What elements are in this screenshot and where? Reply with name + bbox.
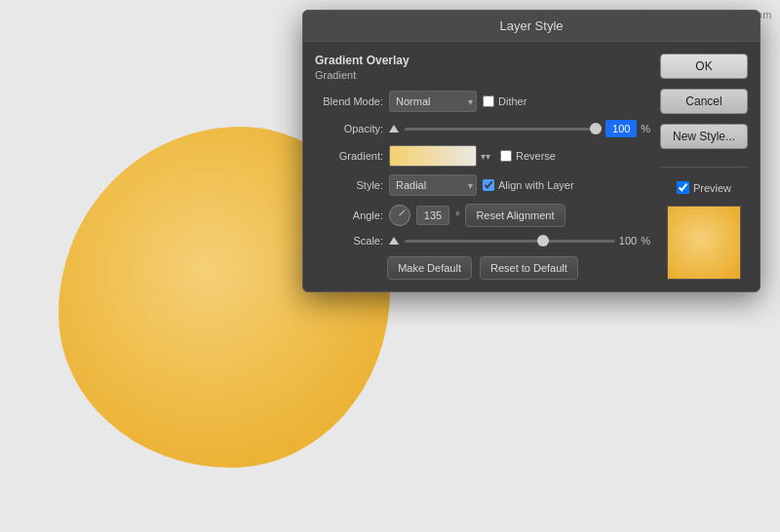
blend-mode-select-wrapper: Normal Dissolve Multiply Screen bbox=[389, 91, 477, 112]
style-label: Style: bbox=[315, 179, 383, 191]
layer-style-dialog: Layer Style Gradient Overlay Gradient Bl… bbox=[302, 10, 760, 292]
angle-row: Angle: ° Reset Alignment bbox=[315, 204, 650, 227]
angle-input[interactable] bbox=[416, 206, 449, 225]
gradient-label: Gradient: bbox=[315, 150, 383, 162]
reset-alignment-button[interactable]: Reset Alignment bbox=[465, 204, 565, 227]
scale-triangle-icon bbox=[389, 237, 399, 245]
dialog-main-panel: Gradient Overlay Gradient Blend Mode: No… bbox=[315, 54, 650, 280]
ok-button[interactable]: OK bbox=[660, 54, 748, 79]
section-subtitle: Gradient bbox=[315, 69, 650, 81]
gradient-dropdown-wrapper: ▾ bbox=[481, 149, 494, 163]
align-layer-label: Align with Layer bbox=[498, 179, 574, 191]
reverse-checkbox-group: Reverse bbox=[500, 150, 556, 162]
blend-mode-label: Blend Mode: bbox=[315, 95, 383, 107]
gradient-preview-container: ▾ bbox=[389, 145, 494, 167]
blend-mode-select[interactable]: Normal Dissolve Multiply Screen bbox=[389, 91, 477, 112]
reverse-label: Reverse bbox=[516, 150, 556, 162]
align-layer-checkbox-group: Align with Layer bbox=[483, 179, 574, 191]
opacity-slider-container: % bbox=[389, 120, 650, 137]
dialog-body: Gradient Overlay Gradient Blend Mode: No… bbox=[303, 42, 760, 291]
dialog-title: Layer Style bbox=[303, 11, 760, 42]
scale-slider[interactable] bbox=[405, 240, 615, 243]
angle-unit: ° bbox=[455, 209, 459, 221]
gradient-row: Gradient: ▾ Reverse bbox=[315, 145, 650, 167]
gradient-preview[interactable] bbox=[389, 145, 477, 167]
opacity-slider[interactable] bbox=[405, 128, 602, 131]
make-default-button[interactable]: Make Default bbox=[387, 256, 472, 280]
preview-thumbnail bbox=[667, 206, 741, 280]
cancel-button[interactable]: Cancel bbox=[660, 89, 748, 114]
style-select[interactable]: Linear Radial Angle Reflected Diamond bbox=[389, 174, 477, 196]
dialog-sidebar: OK Cancel New Style... Preview bbox=[660, 54, 748, 280]
style-select-wrapper: Linear Radial Angle Reflected Diamond bbox=[389, 174, 477, 196]
preview-checkbox-group: Preview bbox=[660, 181, 748, 194]
angle-dial[interactable] bbox=[389, 205, 410, 226]
opacity-label: Opacity: bbox=[315, 123, 383, 134]
angle-label: Angle: bbox=[315, 209, 383, 221]
align-layer-checkbox[interactable] bbox=[483, 179, 494, 191]
blend-mode-row: Blend Mode: Normal Dissolve Multiply Scr… bbox=[315, 91, 650, 112]
opacity-unit: % bbox=[641, 123, 650, 134]
dither-label: Dither bbox=[498, 95, 526, 107]
opacity-value-input[interactable] bbox=[605, 120, 637, 137]
preview-label: Preview bbox=[693, 182, 731, 194]
scale-slider-container: 100 % bbox=[389, 235, 650, 247]
bottom-button-row: Make Default Reset to Default bbox=[315, 256, 650, 280]
new-style-button[interactable]: New Style... bbox=[660, 124, 748, 149]
gradient-dropdown-arrow[interactable]: ▾ bbox=[481, 151, 486, 162]
style-row: Style: Linear Radial Angle Reflected Dia… bbox=[315, 174, 650, 196]
reverse-checkbox[interactable] bbox=[500, 150, 512, 162]
scale-label: Scale: bbox=[315, 235, 383, 247]
preview-checkbox[interactable] bbox=[677, 181, 689, 194]
scale-row: Scale: 100 % bbox=[315, 235, 650, 247]
dither-checkbox-group: Dither bbox=[483, 95, 526, 107]
scale-value: 100 bbox=[619, 235, 637, 247]
dither-checkbox[interactable] bbox=[483, 95, 494, 107]
opacity-triangle-icon bbox=[389, 125, 399, 133]
reset-default-button[interactable]: Reset to Default bbox=[480, 256, 578, 280]
sidebar-divider bbox=[660, 167, 748, 168]
section-title: Gradient Overlay bbox=[315, 54, 650, 67]
opacity-row: Opacity: % bbox=[315, 120, 650, 137]
scale-unit: % bbox=[641, 235, 650, 247]
